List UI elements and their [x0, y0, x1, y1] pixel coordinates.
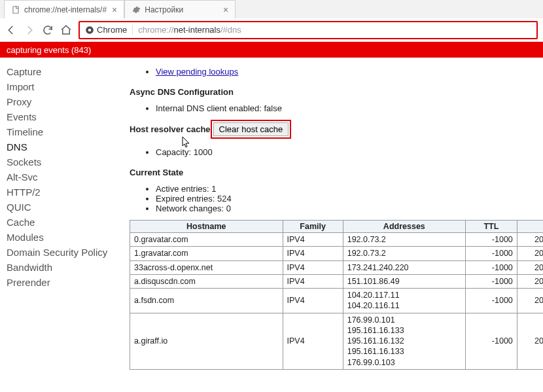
sidebar-item-bandwidth[interactable]: Bandwidth — [7, 260, 124, 275]
cell-family: IPV4 — [283, 260, 343, 274]
cell-extra: 20 — [517, 233, 543, 247]
url-scheme: chrome:// — [138, 25, 173, 35]
table-header: Hostname — [130, 221, 283, 233]
cell-extra: 20 — [517, 313, 543, 369]
browser-chrome: chrome://net-internals/# × Настройки × C — [0, 0, 543, 42]
close-icon[interactable]: × — [112, 5, 117, 14]
sidebar-item-timeline[interactable]: Timeline — [7, 124, 124, 139]
cell-addresses: 173.241.240.220 — [343, 260, 465, 274]
table-row: 0.gravatar.comIPV4192.0.73.2-100020 — [130, 233, 544, 247]
cell-addresses: 104.20.117.11 104.20.116.11 — [343, 289, 465, 313]
cell-ttl: -1000 — [465, 247, 517, 260]
table-row: 33across-d.openx.netIPV4173.241.240.220-… — [130, 260, 544, 274]
cell-addresses: 151.101.86.49 — [343, 274, 465, 288]
table-row: 1.gravatar.comIPV4192.0.73.2-100020 — [130, 247, 544, 260]
home-icon[interactable] — [60, 24, 72, 36]
svg-point-2 — [88, 28, 92, 31]
view-pending-link[interactable]: View pending lookups — [156, 67, 238, 77]
close-icon[interactable]: × — [223, 5, 228, 14]
sidebar-item-cache[interactable]: Cache — [7, 215, 124, 230]
cell-family: IPV4 — [283, 274, 343, 288]
cell-extra: 20 — [517, 274, 543, 288]
back-icon[interactable] — [5, 24, 17, 36]
tab-settings[interactable]: Настройки × — [124, 0, 236, 18]
cell-ttl: -1000 — [465, 289, 517, 313]
capture-banner: capturing events (843) — [0, 42, 543, 58]
cursor-icon — [182, 136, 543, 150]
cell-ttl: -1000 — [465, 260, 517, 274]
tab-title: Настройки — [145, 5, 218, 14]
cell-ttl: -1000 — [465, 274, 517, 288]
url-host: net-internals — [173, 25, 220, 35]
cell-host: 0.gravatar.com — [130, 233, 283, 247]
nav-row: Chrome chrome://net-internals/#dns — [0, 18, 543, 42]
cell-host: a.giraff.io — [130, 313, 283, 369]
cell-family: IPV4 — [283, 247, 343, 260]
sidebar-item-capture[interactable]: Capture — [7, 64, 124, 79]
table-header: TTL — [465, 221, 517, 233]
address-bar[interactable]: Chrome chrome://net-internals/#dns — [79, 21, 538, 39]
sidebar-item-http-2[interactable]: HTTP/2 — [7, 185, 124, 200]
dns-table: HostnameFamilyAddressesTTL 0.gravatar.co… — [130, 220, 543, 370]
table-header — [517, 221, 543, 233]
state-item: Network changes: 0 — [156, 204, 543, 213]
table-row: a.giraff.ioIPV4176.99.0.101 195.161.16.1… — [130, 313, 544, 369]
reload-icon[interactable] — [42, 24, 54, 36]
sidebar-item-prerender[interactable]: Prerender — [7, 275, 124, 290]
banner-text: capturing events (843) — [7, 45, 91, 55]
cell-addresses: 192.0.73.2 — [343, 247, 465, 260]
page-icon — [11, 5, 20, 14]
cell-family: IPV4 — [283, 233, 343, 247]
table-header: Addresses — [343, 221, 465, 233]
state-item: Expired entries: 524 — [156, 194, 543, 204]
tabs-row: chrome://net-internals/# × Настройки × — [0, 0, 543, 18]
sidebar-item-quic[interactable]: QUIC — [7, 200, 124, 215]
cell-host: 1.gravatar.com — [130, 247, 283, 260]
cell-host: a.disquscdn.com — [130, 274, 283, 288]
cell-family: IPV4 — [283, 289, 343, 313]
table-row: a.fsdn.comIPV4104.20.117.11 104.20.116.1… — [130, 289, 544, 313]
chip-label: Chrome — [97, 25, 127, 35]
tab-net-internals[interactable]: chrome://net-internals/# × — [4, 0, 124, 18]
gear-icon — [131, 5, 141, 14]
cell-addresses: 176.99.0.101 195.161.16.133 195.161.16.1… — [343, 313, 465, 369]
chrome-chip: Chrome — [85, 25, 133, 35]
sidebar-item-proxy[interactable]: Proxy — [7, 94, 124, 109]
async-dns-item: Internal DNS client enabled: false — [156, 103, 543, 113]
sidebar-item-sockets[interactable]: Sockets — [7, 154, 124, 169]
cache-label: Host resolver cache — [130, 124, 211, 134]
clear-host-cache-button[interactable]: Clear host cache — [213, 122, 289, 136]
sidebar-item-events[interactable]: Events — [7, 109, 124, 124]
state-item: Active entries: 1 — [156, 184, 543, 194]
cell-host: 33across-d.openx.net — [130, 260, 283, 274]
pending-lookups-item: View pending lookups — [156, 67, 543, 77]
sidebar: CaptureImportProxyEventsTimelineDNSSocke… — [0, 58, 124, 392]
cell-extra: 20 — [517, 260, 543, 274]
chrome-icon — [85, 26, 94, 35]
tab-title: chrome://net-internals/# — [24, 5, 107, 14]
sidebar-item-alt-svc[interactable]: Alt-Svc — [7, 169, 124, 185]
current-state-heading: Current State — [130, 168, 543, 177]
sidebar-item-import[interactable]: Import — [7, 79, 124, 94]
sidebar-item-domain-security-policy[interactable]: Domain Security Policy — [7, 245, 124, 260]
cell-family: IPV4 — [283, 313, 343, 369]
cell-ttl: -1000 — [465, 233, 517, 247]
sidebar-item-dns[interactable]: DNS — [7, 139, 124, 154]
body-row: CaptureImportProxyEventsTimelineDNSSocke… — [0, 58, 543, 392]
cell-host: a.fsdn.com — [130, 289, 283, 313]
forward-icon[interactable] — [24, 24, 35, 36]
url-path: /#dns — [220, 25, 241, 35]
sidebar-item-modules[interactable]: Modules — [7, 230, 124, 245]
table-header: Family — [283, 221, 343, 233]
cell-ttl: -1000 — [465, 313, 517, 369]
async-dns-heading: Async DNS Configuration — [130, 87, 543, 97]
table-row: a.disquscdn.comIPV4151.101.86.49-100020 — [130, 274, 544, 288]
cell-addresses: 192.0.73.2 — [343, 233, 465, 247]
cell-extra: 20 — [517, 289, 543, 313]
cell-extra: 20 — [517, 247, 543, 260]
content: View pending lookups Async DNS Configura… — [124, 58, 543, 392]
